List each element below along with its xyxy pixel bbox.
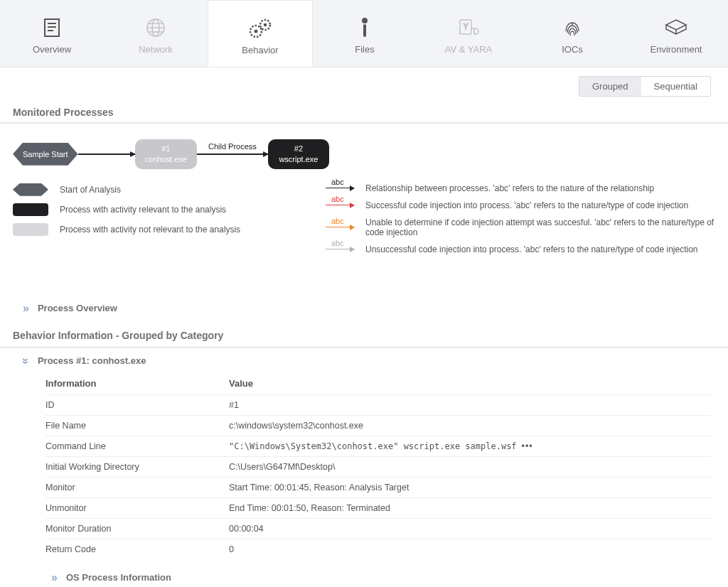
tab-files[interactable]: Files — [313, 0, 417, 67]
tab-iocs[interactable]: IOCs — [520, 0, 624, 67]
row-value: "C:\Windows\System32\conhost.exe" wscrip… — [229, 441, 517, 451]
node-id: #2 — [278, 144, 319, 154]
row-value: c:\windows\system32\conhost.exe — [229, 421, 711, 431]
row-value: 0 — [229, 544, 711, 554]
row-value: 00:00:04 — [229, 524, 711, 534]
main-tabs: Overview Network Behavior Files Y AV & Y… — [0, 0, 728, 68]
behavior-icon — [208, 16, 312, 41]
row-key: Unmonitor — [46, 503, 229, 513]
view-toggle-bar: Grouped Sequential — [0, 68, 728, 99]
legend-text: Process with activity not relevant to th… — [60, 225, 240, 235]
yara-icon: Y — [417, 16, 520, 40]
row-value: Start Time: 00:01:45, Reason: Analysis T… — [229, 483, 711, 492]
chevron-right-icon: » — [23, 303, 29, 314]
toggle-grouped[interactable]: Grouped — [579, 77, 641, 96]
os-process-info-toggle[interactable]: » OS Process Information — [0, 559, 728, 587]
col-header-info: Information — [46, 378, 229, 389]
svg-point-13 — [362, 18, 368, 23]
row-key: ID — [46, 400, 229, 410]
collapser-label: OS Process Information — [66, 572, 171, 583]
arrow-label: Child Process — [197, 142, 268, 151]
row-value: #1 — [229, 400, 711, 410]
tab-label: Environment — [624, 44, 728, 55]
legend-text: Start of Analysis — [60, 185, 121, 195]
svg-point-12 — [264, 23, 267, 26]
tab-behavior[interactable]: Behavior — [208, 0, 313, 67]
svg-point-10 — [255, 30, 258, 33]
tab-label: Overview — [0, 44, 104, 55]
tab-label: AV & YARA — [417, 44, 520, 55]
svg-text:Y: Y — [464, 23, 469, 31]
process-graph: Sample Start #1 conhost.exe Child Proces… — [0, 124, 728, 175]
process-node-2[interactable]: #2 wscript.exe — [268, 139, 329, 169]
node-id: #1 — [145, 144, 187, 154]
svg-rect-14 — [363, 24, 366, 37]
tab-label: Network — [104, 44, 208, 55]
arrow-gray-icon: abc — [326, 249, 354, 250]
process-node-1[interactable]: #1 conhost.exe — [135, 139, 197, 169]
tab-overview[interactable]: Overview — [0, 0, 104, 67]
legend-text: Relationship between processes. 'abc' re… — [365, 183, 654, 193]
arrow-icon — [78, 154, 135, 155]
node-name: wscript.exe — [278, 154, 319, 165]
process-1-toggle[interactable]: » Process #1: conhost.exe — [0, 348, 728, 372]
process-title: Process #1: conhost.exe — [38, 355, 146, 366]
tab-av-yara[interactable]: Y AV & YARA — [417, 0, 520, 67]
network-icon — [104, 16, 208, 40]
legend-text: Successful code injection into process. … — [365, 200, 688, 210]
legend-text: Process with activity relevant to the an… — [60, 205, 226, 215]
sample-start-node: Sample Start — [13, 143, 78, 166]
fingerprint-icon — [520, 16, 624, 40]
hexagon-swatch — [13, 183, 48, 196]
tab-label: Files — [313, 44, 417, 55]
arrow-orange-icon: abc — [326, 227, 354, 228]
behavior-info-title: Behavior Information - Grouped by Catego… — [0, 320, 728, 348]
overview-icon — [0, 16, 104, 40]
chevron-right-icon: » — [51, 572, 58, 583]
tab-label: Behavior — [208, 45, 312, 55]
row-key: Command Line — [46, 441, 229, 451]
col-header-value: Value — [229, 378, 711, 389]
row-key: Monitor Duration — [46, 524, 229, 534]
process-1-info-table: Information Value ID#1 File Namec:\windo… — [46, 372, 711, 559]
light-swatch — [13, 223, 48, 236]
tab-environment[interactable]: Environment — [624, 0, 728, 67]
view-toggle: Grouped Sequential — [579, 76, 711, 97]
arrow-black-icon: abc — [326, 188, 354, 189]
toggle-sequential[interactable]: Sequential — [641, 77, 710, 96]
process-overview-toggle[interactable]: » Process Overview — [0, 297, 728, 320]
legend: Start of Analysis Process with activity … — [0, 175, 728, 276]
row-key: File Name — [46, 421, 229, 431]
row-value: End Time: 00:01:50, Reason: Terminated — [229, 503, 711, 513]
collapser-label: Process Overview — [38, 303, 117, 313]
monitored-processes-title: Monitored Processes — [0, 99, 728, 124]
arrow-red-icon: abc — [326, 205, 354, 206]
row-key: Return Code — [46, 544, 229, 554]
chevron-down-icon: » — [20, 357, 31, 364]
legend-text: Unsuccessful code injection into process… — [365, 244, 698, 254]
more-icon[interactable]: ••• — [522, 441, 533, 451]
arrow-icon: Child Process — [197, 154, 268, 155]
row-key: Monitor — [46, 483, 229, 492]
row-value: C:\Users\G647Mf\Desktop\ — [229, 462, 711, 472]
tab-network[interactable]: Network — [104, 0, 208, 67]
node-name: conhost.exe — [145, 154, 187, 165]
tab-label: IOCs — [520, 44, 624, 55]
dark-swatch — [13, 203, 48, 216]
files-icon — [313, 16, 417, 40]
environment-icon — [624, 16, 728, 40]
legend-text: Unable to determine if code injection at… — [365, 217, 715, 237]
row-key: Initial Working Directory — [46, 462, 229, 472]
